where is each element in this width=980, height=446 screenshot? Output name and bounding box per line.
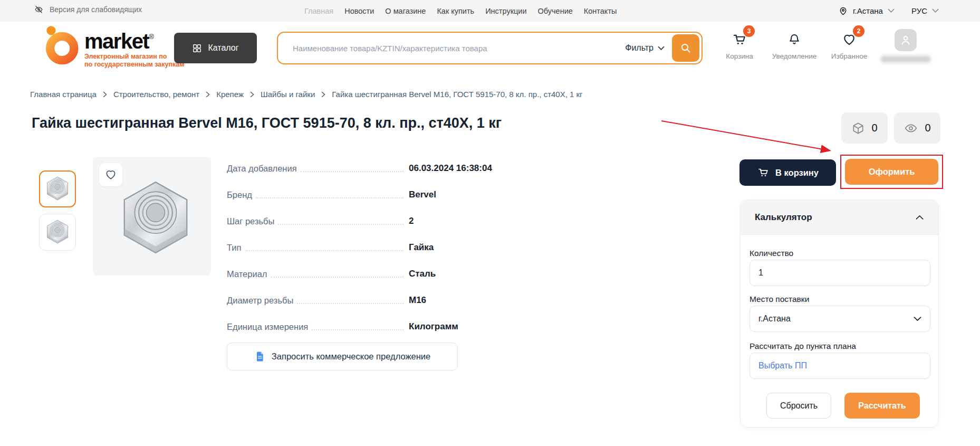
catalog-button[interactable]: Каталог xyxy=(174,33,257,63)
nav-training[interactable]: Обучение xyxy=(538,7,573,15)
search-input[interactable] xyxy=(278,44,625,53)
logo-tagline-2: по государственным закупкам xyxy=(84,61,185,69)
orders-count: 0 xyxy=(871,122,877,134)
delivery-place-value: г.Астана xyxy=(758,314,791,324)
calculate-button[interactable]: Рассчитать xyxy=(844,393,920,419)
detail-label: Бренд xyxy=(227,189,252,201)
detail-value: 06.03.2024 16:38:04 xyxy=(409,163,492,174)
search-bar: Фильтр xyxy=(277,32,703,64)
detail-value: Bervel xyxy=(409,189,436,201)
detail-row: Шаг резьбы 2 xyxy=(227,215,602,233)
checkout-button[interactable]: Оформить xyxy=(845,159,938,185)
breadcrumb-category[interactable]: Строительство, ремонт xyxy=(113,90,199,99)
chevron-down-icon[interactable] xyxy=(888,8,895,13)
nav-contacts[interactable]: Контакты xyxy=(584,7,617,15)
request-quote-button[interactable]: Запросить коммерческое предложение xyxy=(227,343,458,371)
detail-row: Диаметр резьбы М16 xyxy=(227,295,602,312)
user-avatar xyxy=(895,29,917,51)
search-icon xyxy=(679,42,692,54)
eye-icon xyxy=(904,121,918,135)
nav-home[interactable]: Главная xyxy=(304,7,333,15)
site-logo[interactable]: market® Электронный магазин по по госуда… xyxy=(41,25,185,68)
favorites-button[interactable]: 2 Избранное xyxy=(822,29,877,60)
product-page: Версия для слабовидящих Главная Новости … xyxy=(0,0,980,446)
request-quote-label: Запросить коммерческое предложение xyxy=(272,352,430,362)
detail-value: Сталь xyxy=(409,268,436,280)
quantity-label: Количество xyxy=(750,249,793,258)
detail-label: Тип xyxy=(227,242,242,253)
nav-instructions[interactable]: Инструкции xyxy=(485,7,526,15)
user-account-button[interactable] xyxy=(877,29,935,62)
quantity-field xyxy=(750,260,930,286)
detail-value: 2 xyxy=(409,215,414,227)
language-selector[interactable]: РУС xyxy=(911,6,927,15)
chevron-right-icon xyxy=(321,91,325,98)
chevron-right-icon xyxy=(250,91,254,98)
nav-about[interactable]: О магазине xyxy=(385,7,426,15)
bell-icon xyxy=(787,32,802,48)
breadcrumb-current: Гайка шестигранная Bervel М16, ГОСТ 5915… xyxy=(332,90,582,99)
favorites-badge: 2 xyxy=(853,25,864,37)
detail-value: Килограмм xyxy=(409,321,458,333)
detail-row: Единица измерения Килограмм xyxy=(227,321,602,339)
thumbnail-1[interactable] xyxy=(39,170,76,207)
favorites-label: Избранное xyxy=(831,52,867,60)
notifications-label: Уведомление xyxy=(772,52,817,60)
detail-value: Гайка xyxy=(409,242,434,253)
add-to-cart-button[interactable]: В корзину xyxy=(739,159,836,186)
heart-icon xyxy=(104,168,118,182)
delivery-place-label: Место поставки xyxy=(750,295,809,304)
page-title: Гайка шестигранная Bervel М16, ГОСТ 5915… xyxy=(32,115,654,131)
user-name-redacted xyxy=(881,56,930,62)
thumbnail-2[interactable] xyxy=(39,214,76,251)
document-icon xyxy=(254,351,265,363)
plan-point-field[interactable]: Выбрать ПП xyxy=(750,353,930,379)
logo-word: market xyxy=(84,30,149,53)
region-controls: г.Астана РУС xyxy=(838,0,939,22)
chevron-right-icon xyxy=(206,91,210,98)
quantity-input[interactable] xyxy=(758,268,921,278)
search-button[interactable] xyxy=(672,34,699,62)
detail-row: Дата добавления 06.03.2024 16:38:04 xyxy=(227,163,602,181)
cart-label: Корзина xyxy=(726,52,753,60)
accessibility-toggle[interactable]: Версия для слабовидящих xyxy=(33,5,142,14)
orders-count-chip: 0 xyxy=(841,112,888,144)
add-to-cart-label: В корзину xyxy=(775,168,819,178)
dotted-leader xyxy=(312,321,403,330)
logo-mark-icon xyxy=(41,25,80,68)
chevron-down-icon xyxy=(914,316,921,321)
detail-value: М16 xyxy=(409,295,426,306)
favorite-product-button[interactable] xyxy=(99,163,122,186)
filter-label: Фильтр xyxy=(625,43,654,53)
views-count-chip: 0 xyxy=(894,112,940,144)
notifications-button[interactable]: Уведомление xyxy=(767,29,822,60)
detail-label: Материал xyxy=(227,268,267,280)
city-selector[interactable]: г.Астана xyxy=(853,6,883,15)
nav-how-to-buy[interactable]: Как купить xyxy=(437,7,474,15)
grid-icon xyxy=(192,43,202,53)
detail-label: Диаметр резьбы xyxy=(227,295,293,306)
calculator-header[interactable]: Калькулятор xyxy=(741,200,938,235)
plan-point-label: Рассчитать до пункта плана xyxy=(750,341,856,351)
chevron-down-icon[interactable] xyxy=(932,8,939,13)
dotted-leader xyxy=(297,295,403,304)
top-nav: Главная Новости О магазине Как купить Ин… xyxy=(304,0,617,22)
breadcrumb-group[interactable]: Шайбы и гайки xyxy=(261,90,315,99)
dotted-leader xyxy=(301,163,403,172)
eye-slash-icon xyxy=(33,5,44,14)
dotted-leader xyxy=(271,268,404,278)
cart-badge: 3 xyxy=(743,25,755,37)
cart-button[interactable]: 3 Корзина xyxy=(712,29,767,60)
annotation-arrow xyxy=(654,113,844,158)
calculator-panel: Калькулятор Количество Место поставки г.… xyxy=(740,200,939,428)
filter-dropdown[interactable]: Фильтр xyxy=(625,43,665,53)
nav-news[interactable]: Новости xyxy=(344,7,374,15)
breadcrumb-subcategory[interactable]: Крепеж xyxy=(216,90,244,99)
reset-button[interactable]: Сбросить xyxy=(766,393,831,419)
chevron-right-icon xyxy=(103,91,107,98)
delivery-place-select[interactable]: г.Астана xyxy=(750,306,930,332)
choose-plan-point-link[interactable]: Выбрать ПП xyxy=(758,361,807,371)
views-count: 0 xyxy=(925,122,930,134)
detail-label: Шаг резьбы xyxy=(227,215,274,227)
breadcrumb-home[interactable]: Главная страница xyxy=(30,90,97,99)
